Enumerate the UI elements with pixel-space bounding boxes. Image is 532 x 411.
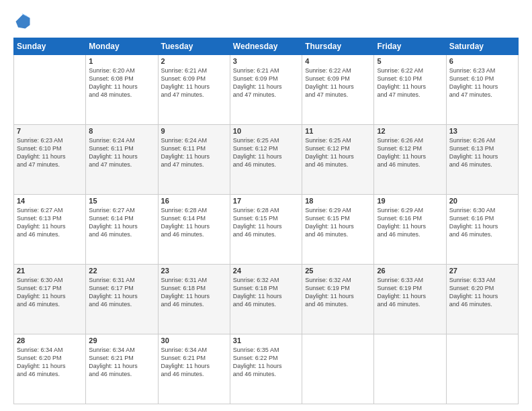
calendar-cell: 3Sunrise: 6:21 AM Sunset: 6:09 PM Daylig…: [230, 55, 302, 125]
day-info: Sunrise: 6:35 AM Sunset: 6:22 PM Dayligh…: [233, 346, 299, 379]
day-info: Sunrise: 6:28 AM Sunset: 6:15 PM Dayligh…: [233, 206, 299, 239]
calendar-cell: 24Sunrise: 6:32 AM Sunset: 6:18 PM Dayli…: [230, 265, 302, 334]
calendar-cell: 27Sunrise: 6:33 AM Sunset: 6:20 PM Dayli…: [446, 265, 518, 334]
day-info: Sunrise: 6:30 AM Sunset: 6:16 PM Dayligh…: [449, 206, 515, 239]
day-info: Sunrise: 6:24 AM Sunset: 6:11 PM Dayligh…: [161, 136, 227, 169]
calendar-cell: 1Sunrise: 6:20 AM Sunset: 6:08 PM Daylig…: [86, 55, 158, 125]
day-number: 15: [89, 197, 154, 205]
calendar-cell: 6Sunrise: 6:23 AM Sunset: 6:10 PM Daylig…: [446, 55, 518, 125]
header: [13, 12, 519, 31]
calendar-cell: 20Sunrise: 6:30 AM Sunset: 6:16 PM Dayli…: [446, 195, 518, 265]
day-number: 6: [449, 57, 515, 65]
calendar-cell: 29Sunrise: 6:34 AM Sunset: 6:21 PM Dayli…: [86, 334, 158, 404]
day-number: 2: [161, 57, 227, 65]
calendar-cell: 15Sunrise: 6:27 AM Sunset: 6:14 PM Dayli…: [86, 195, 158, 265]
day-number: 4: [305, 57, 371, 65]
day-info: Sunrise: 6:29 AM Sunset: 6:16 PM Dayligh…: [377, 206, 443, 239]
day-info: Sunrise: 6:31 AM Sunset: 6:17 PM Dayligh…: [89, 276, 154, 309]
day-number: 24: [233, 267, 299, 275]
calendar-header-friday: Friday: [374, 38, 446, 55]
day-number: 28: [17, 336, 83, 345]
day-number: 10: [233, 127, 299, 135]
calendar-cell: [446, 334, 518, 404]
calendar-cell: [14, 55, 86, 125]
calendar-week-4: 21Sunrise: 6:30 AM Sunset: 6:17 PM Dayli…: [14, 265, 519, 334]
calendar-cell: 11Sunrise: 6:25 AM Sunset: 6:12 PM Dayli…: [302, 125, 374, 195]
day-info: Sunrise: 6:29 AM Sunset: 6:15 PM Dayligh…: [305, 206, 371, 239]
day-number: 18: [305, 197, 371, 205]
calendar-cell: 23Sunrise: 6:31 AM Sunset: 6:18 PM Dayli…: [158, 265, 230, 334]
day-info: Sunrise: 6:28 AM Sunset: 6:14 PM Dayligh…: [161, 206, 227, 239]
day-info: Sunrise: 6:21 AM Sunset: 6:09 PM Dayligh…: [161, 66, 227, 99]
day-number: 20: [449, 197, 515, 205]
calendar-cell: 8Sunrise: 6:24 AM Sunset: 6:11 PM Daylig…: [86, 125, 158, 195]
calendar-cell: 2Sunrise: 6:21 AM Sunset: 6:09 PM Daylig…: [158, 55, 230, 125]
calendar-week-2: 7Sunrise: 6:23 AM Sunset: 6:10 PM Daylig…: [14, 125, 519, 195]
calendar-header-row: SundayMondayTuesdayWednesdayThursdayFrid…: [14, 38, 519, 55]
day-number: 9: [161, 127, 227, 135]
calendar-cell: 19Sunrise: 6:29 AM Sunset: 6:16 PM Dayli…: [374, 195, 446, 265]
day-info: Sunrise: 6:21 AM Sunset: 6:09 PM Dayligh…: [233, 66, 299, 99]
page: SundayMondayTuesdayWednesdayThursdayFrid…: [0, 0, 532, 411]
day-info: Sunrise: 6:22 AM Sunset: 6:10 PM Dayligh…: [377, 66, 443, 99]
day-number: 27: [449, 267, 515, 275]
calendar-week-3: 14Sunrise: 6:27 AM Sunset: 6:13 PM Dayli…: [14, 195, 519, 265]
logo: [13, 12, 35, 31]
calendar-cell: 28Sunrise: 6:34 AM Sunset: 6:20 PM Dayli…: [14, 334, 86, 404]
calendar-header-saturday: Saturday: [446, 38, 518, 55]
day-number: 21: [17, 267, 83, 275]
day-number: 22: [89, 267, 154, 275]
calendar-cell: [374, 334, 446, 404]
day-info: Sunrise: 6:22 AM Sunset: 6:09 PM Dayligh…: [305, 66, 371, 99]
day-info: Sunrise: 6:25 AM Sunset: 6:12 PM Dayligh…: [305, 136, 371, 169]
day-info: Sunrise: 6:27 AM Sunset: 6:13 PM Dayligh…: [17, 206, 83, 239]
calendar-cell: 4Sunrise: 6:22 AM Sunset: 6:09 PM Daylig…: [302, 55, 374, 125]
calendar-cell: 22Sunrise: 6:31 AM Sunset: 6:17 PM Dayli…: [86, 265, 158, 334]
day-number: 5: [377, 57, 443, 65]
day-number: 13: [449, 127, 515, 135]
day-number: 23: [161, 267, 227, 275]
day-info: Sunrise: 6:23 AM Sunset: 6:10 PM Dayligh…: [17, 136, 83, 169]
calendar-cell: 10Sunrise: 6:25 AM Sunset: 6:12 PM Dayli…: [230, 125, 302, 195]
calendar-cell: 9Sunrise: 6:24 AM Sunset: 6:11 PM Daylig…: [158, 125, 230, 195]
day-number: 7: [17, 127, 83, 135]
day-number: 26: [377, 267, 443, 275]
calendar-cell: 18Sunrise: 6:29 AM Sunset: 6:15 PM Dayli…: [302, 195, 374, 265]
day-number: 12: [377, 127, 443, 135]
calendar-cell: [302, 334, 374, 404]
day-number: 16: [161, 197, 227, 205]
day-number: 11: [305, 127, 371, 135]
day-number: 8: [89, 127, 154, 135]
day-number: 3: [233, 57, 299, 65]
day-number: 14: [17, 197, 83, 205]
calendar-cell: 13Sunrise: 6:26 AM Sunset: 6:13 PM Dayli…: [446, 125, 518, 195]
day-info: Sunrise: 6:26 AM Sunset: 6:13 PM Dayligh…: [449, 136, 515, 169]
day-info: Sunrise: 6:23 AM Sunset: 6:10 PM Dayligh…: [449, 66, 515, 99]
day-number: 19: [377, 197, 443, 205]
calendar-week-1: 1Sunrise: 6:20 AM Sunset: 6:08 PM Daylig…: [14, 55, 519, 125]
day-info: Sunrise: 6:27 AM Sunset: 6:14 PM Dayligh…: [89, 206, 154, 239]
day-info: Sunrise: 6:24 AM Sunset: 6:11 PM Dayligh…: [89, 136, 154, 169]
calendar-cell: 31Sunrise: 6:35 AM Sunset: 6:22 PM Dayli…: [230, 334, 302, 404]
day-info: Sunrise: 6:25 AM Sunset: 6:12 PM Dayligh…: [233, 136, 299, 169]
calendar-header-tuesday: Tuesday: [158, 38, 230, 55]
logo-icon: [13, 12, 32, 31]
calendar-header-wednesday: Wednesday: [230, 38, 302, 55]
calendar-cell: 14Sunrise: 6:27 AM Sunset: 6:13 PM Dayli…: [14, 195, 86, 265]
calendar-cell: 17Sunrise: 6:28 AM Sunset: 6:15 PM Dayli…: [230, 195, 302, 265]
day-info: Sunrise: 6:33 AM Sunset: 6:19 PM Dayligh…: [377, 276, 443, 309]
day-info: Sunrise: 6:34 AM Sunset: 6:21 PM Dayligh…: [161, 346, 227, 379]
calendar-header-thursday: Thursday: [302, 38, 374, 55]
day-info: Sunrise: 6:20 AM Sunset: 6:08 PM Dayligh…: [89, 66, 154, 99]
day-info: Sunrise: 6:34 AM Sunset: 6:20 PM Dayligh…: [17, 346, 83, 379]
calendar-header-sunday: Sunday: [14, 38, 86, 55]
day-number: 25: [305, 267, 371, 275]
calendar-cell: 30Sunrise: 6:34 AM Sunset: 6:21 PM Dayli…: [158, 334, 230, 404]
calendar-cell: 12Sunrise: 6:26 AM Sunset: 6:12 PM Dayli…: [374, 125, 446, 195]
calendar-cell: 26Sunrise: 6:33 AM Sunset: 6:19 PM Dayli…: [374, 265, 446, 334]
calendar-cell: 21Sunrise: 6:30 AM Sunset: 6:17 PM Dayli…: [14, 265, 86, 334]
day-info: Sunrise: 6:34 AM Sunset: 6:21 PM Dayligh…: [89, 346, 154, 379]
calendar-table: SundayMondayTuesdayWednesdayThursdayFrid…: [13, 38, 519, 404]
day-number: 30: [161, 336, 227, 345]
day-info: Sunrise: 6:31 AM Sunset: 6:18 PM Dayligh…: [161, 276, 227, 309]
